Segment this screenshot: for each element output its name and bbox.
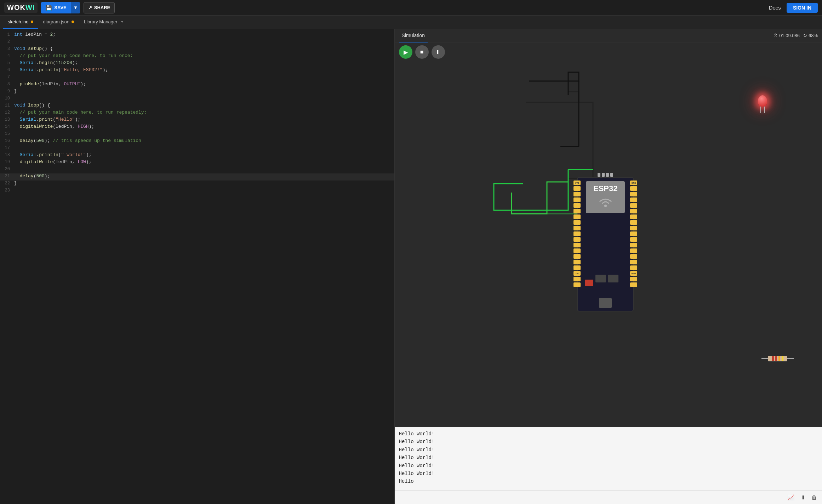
sim-time-value: ⏱ 01:09.086 [773,33,800,38]
serial-line: Hello World! [399,430,818,438]
code-editor[interactable]: 1int ledPin = 2;2 3void setup() {4 // pu… [0,29,394,504]
line-content: Serial.println("Hello, ESP32!"); [14,67,394,74]
pin [573,248,581,253]
code-line-20: 20 [0,166,394,173]
simulation-header: Simulation ⏱ 01:09.086 ↻ 68% [395,29,822,42]
pause-serial-button[interactable]: ⏸ [799,493,807,502]
led-body [758,95,767,107]
esp32-usb [599,298,612,308]
serial-output[interactable]: Hello World!Hello World!Hello World!Hell… [395,427,822,491]
line-number: 20 [0,166,14,173]
line-number: 23 [0,188,14,195]
tab-diagram[interactable]: diagram.json [38,16,79,29]
sim-speed: 68% [809,33,818,38]
code-line-17: 17 [0,145,394,152]
docs-link[interactable]: Docs [769,5,781,11]
code-token: print [39,117,53,122]
code-token: setup [28,46,42,51]
line-number: 17 [0,145,14,152]
topbar-right: Docs SIGN IN [769,3,818,13]
stop-button[interactable]: ■ [415,45,429,59]
clear-serial-button[interactable]: 🗑 [810,493,818,502]
code-token: // put your main code here, to run repea… [14,110,147,115]
led-legs [758,107,767,113]
code-token: (ledPin, [53,159,78,165]
resistor-body [768,356,787,361]
line-number: 18 [0,152,14,159]
code-token: LOW [78,159,86,165]
code-line-9: 9} [0,88,394,96]
line-number: 22 [0,181,14,188]
pause-button[interactable]: ⏸ [432,45,445,59]
resistor-band-4 [782,356,783,361]
esp32-module: ESP32 [586,181,625,213]
simulation-tab[interactable]: Simulation [399,29,428,42]
simulation-toolbar: ▶ ■ ⏸ [395,42,822,62]
code-token: ); [45,173,50,179]
sim-speed-display: ↻ 68% [803,33,818,38]
pin [573,231,581,236]
line-content [14,39,394,46]
line-content: pinMode(ledPin, OUTPUT); [14,81,394,88]
code-line-13: 13 Serial.print("Hello"); [0,117,394,124]
code-token: void [14,103,25,108]
tab-library-manager[interactable]: Library Manager ▾ [79,16,128,29]
save-dropdown-button[interactable]: ▼ [71,2,80,13]
code-token: ledPin = [22,32,50,37]
code-token: (ledPin, [39,81,64,87]
speed-icon: ↻ [803,33,807,38]
svg-point-0 [604,204,607,207]
code-token: ); [80,81,86,87]
pin [573,214,581,219]
signin-button[interactable]: SIGN IN [787,3,818,13]
run-button[interactable]: ▶ [399,45,412,59]
line-number: 7 [0,74,14,81]
pin [630,214,637,219]
pin [630,237,637,242]
tab-sketch[interactable]: sketch.ino [3,16,38,29]
code-line-16: 16 delay(500); // this speeds up the sim… [0,138,394,145]
code-token [14,159,20,165]
circuit-area: ESP32 3V3 [395,62,822,427]
code-token: int [14,32,22,37]
line-number: 13 [0,117,14,124]
resistor-wire-right [787,358,794,359]
esp32-chip: ESP32 3V3 [577,177,634,311]
line-number: 2 [0,39,14,46]
line-number: 1 [0,32,14,39]
tab-sketch-dirty-indicator [31,21,33,23]
pin-en: EN [573,271,581,276]
serial-line: Hello World! [399,454,818,462]
save-button[interactable]: 💾 SAVE [41,2,70,13]
share-button[interactable]: ↗ SHARE [84,2,115,13]
pin [630,265,637,270]
chart-button[interactable]: 📈 [786,493,796,502]
pin [630,209,637,213]
code-token: loop [28,103,39,108]
code-token: void [14,46,25,51]
code-token [14,124,20,129]
pin [573,254,581,259]
resistor-band-2 [775,356,777,361]
pin [630,248,637,253]
line-content: Serial.begin(115200); [14,60,394,67]
esp32-component-3 [608,275,618,282]
code-token: ); [103,67,108,73]
code-token: ); [45,138,53,143]
clock-icon: ⏱ [773,33,778,38]
code-token: HIGH [78,124,89,129]
simulation-panel: Simulation ⏱ 01:09.086 ↻ 68% ▶ ■ ⏸ [395,29,822,504]
code-token: pinMode [20,81,39,87]
code-token: // put your setup code here, to run once… [14,53,133,58]
code-token: ); [86,159,92,165]
line-number: 6 [0,67,14,74]
pin [573,226,581,230]
serial-toolbar: 📈 ⏸ 🗑 [395,491,822,504]
line-number: 21 [0,173,14,181]
line-content: // put your main code here, to run repea… [14,110,394,117]
code-token: ); [89,124,95,129]
code-token: " World!" [61,152,86,158]
pin [630,192,637,196]
serial-line: Hello World! [399,446,818,454]
code-token: println [39,152,58,158]
